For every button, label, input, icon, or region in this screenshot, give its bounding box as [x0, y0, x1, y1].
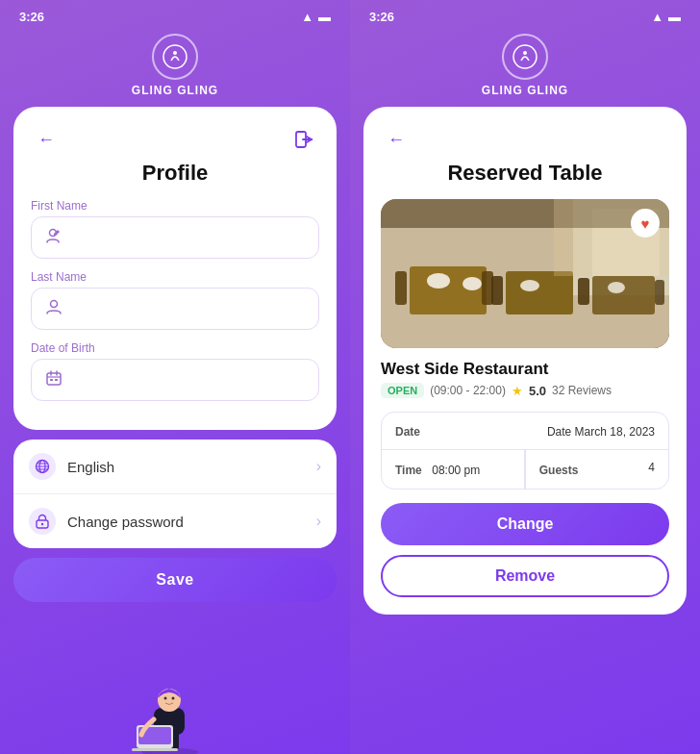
svg-rect-11: [55, 379, 58, 381]
reviews-count: 32 Reviews: [552, 384, 612, 397]
person-svg: [45, 298, 62, 315]
profile-card-nav: ←: [31, 124, 319, 155]
date-value: Date March 18, 2023: [547, 425, 655, 439]
guests-cell: Guests 4: [526, 451, 668, 488]
language-setting[interactable]: English ›: [13, 440, 337, 494]
person-edit-icon: [45, 227, 62, 248]
svg-point-42: [427, 273, 450, 289]
logo-icon-right: [512, 43, 538, 70]
last-name-input-wrapper: [31, 288, 319, 330]
last-name-label: Last Name: [31, 270, 319, 284]
time-guests-row: Time 08:00 pm Guests 4: [382, 450, 668, 489]
save-button[interactable]: Save: [13, 558, 337, 602]
svg-rect-37: [395, 271, 407, 305]
status-icons-left: ▲ ▬: [301, 10, 331, 24]
wifi-icon: ▲: [301, 10, 313, 24]
star-icon: ★: [512, 384, 523, 398]
svg-point-44: [520, 280, 539, 291]
globe-svg: [35, 459, 50, 474]
last-name-group: Last Name: [31, 270, 319, 330]
change-password-label: Change password: [67, 514, 316, 530]
svg-rect-41: [655, 280, 664, 305]
svg-rect-40: [578, 278, 589, 305]
person-illustration: [117, 677, 223, 754]
logo-circle-left: [152, 34, 198, 80]
logout-button[interactable]: [288, 124, 319, 155]
svg-point-43: [462, 277, 482, 290]
last-name-field[interactable]: [70, 301, 305, 316]
remove-button[interactable]: Remove: [381, 555, 669, 597]
reserved-title: Reserved Table: [381, 161, 669, 186]
change-button[interactable]: Change: [381, 503, 669, 545]
status-bar-left: 3:26 ▲ ▬: [0, 0, 350, 30]
rating-value: 5.0: [529, 384, 546, 398]
chevron-right-icon-password: ›: [316, 513, 321, 530]
dob-field[interactable]: [70, 372, 305, 388]
svg-rect-35: [506, 271, 573, 314]
svg-point-45: [608, 282, 625, 293]
calendar-svg: [45, 369, 62, 387]
guests-value: 4: [648, 461, 655, 474]
first-name-label: First Name: [31, 199, 319, 213]
date-row: Date Date March 18, 2023: [382, 413, 668, 450]
hours: (09:00 - 22:00): [430, 384, 506, 397]
language-label: English: [67, 459, 316, 475]
svg-point-25: [172, 697, 175, 700]
reserved-card-nav: ←: [381, 124, 669, 155]
guests-label: Guests: [539, 464, 579, 477]
dob-input-wrapper: [31, 359, 319, 401]
calendar-icon: [45, 369, 62, 390]
date-value-cell: Date March 18, 2023: [525, 413, 668, 449]
svg-rect-36: [592, 276, 655, 314]
back-button-right[interactable]: ←: [381, 124, 412, 155]
time-value: 08:00 pm: [432, 464, 480, 477]
first-name-field[interactable]: [70, 230, 305, 245]
left-panel: 3:26 ▲ ▬ GLING GLING ←: [0, 0, 350, 754]
favorite-button[interactable]: ♥: [631, 209, 660, 238]
person-edit-svg: [45, 227, 62, 244]
logo-circle-right: [502, 34, 548, 80]
time-label: Time: [395, 464, 422, 477]
globe-icon: [29, 453, 56, 480]
dob-group: Date of Birth: [31, 341, 319, 401]
status-bar-right: 3:26 ▲ ▬: [350, 0, 700, 30]
reserved-table-card: ← Reserved Table: [363, 107, 687, 615]
svg-rect-10: [50, 379, 53, 381]
time-cell: Time 08:00 pm: [382, 451, 524, 488]
dob-label: Date of Birth: [31, 341, 319, 355]
svg-point-5: [51, 301, 58, 308]
chevron-right-icon-language: ›: [316, 458, 321, 475]
person-icon: [45, 298, 62, 319]
restaurant-image: ♥: [381, 199, 669, 348]
date-label: Date: [395, 425, 420, 439]
restaurant-photo-svg: [381, 199, 669, 348]
reserved-card-inner: ← Reserved Table: [363, 107, 687, 615]
profile-title: Profile: [31, 161, 319, 186]
restaurant-name: West Side Restaurant: [381, 360, 669, 379]
right-panel: 3:26 ▲ ▬ GLING GLING ← Reserved Table: [350, 0, 700, 754]
svg-rect-6: [47, 373, 61, 385]
first-name-group: First Name: [31, 199, 319, 259]
app-name-right: GLING GLING: [482, 84, 568, 97]
time-right: 3:26: [369, 10, 394, 24]
battery-icon-right: ▬: [668, 10, 681, 24]
status-icons-right: ▲ ▬: [651, 10, 681, 24]
change-password-setting[interactable]: Change password ›: [13, 494, 337, 548]
logo-icon-left: [162, 43, 188, 70]
app-header-left: GLING GLING: [132, 30, 218, 107]
svg-point-30: [523, 51, 527, 55]
illustration: [117, 677, 233, 754]
logout-icon: [293, 129, 314, 150]
svg-point-24: [164, 697, 167, 700]
profile-card: ← Profile First Name: [13, 107, 337, 430]
app-header-right: GLING GLING: [482, 30, 568, 107]
back-button-left[interactable]: ←: [31, 124, 62, 155]
restaurant-meta: OPEN (09:00 - 22:00) ★ 5.0 32 Reviews: [381, 383, 669, 398]
lock-svg: [36, 514, 49, 529]
open-status: OPEN: [381, 383, 424, 398]
date-cell: Date: [382, 413, 525, 449]
svg-rect-28: [132, 748, 178, 751]
settings-card: English › Change password ›: [13, 440, 337, 548]
svg-rect-34: [410, 266, 487, 314]
svg-point-18: [41, 523, 43, 525]
